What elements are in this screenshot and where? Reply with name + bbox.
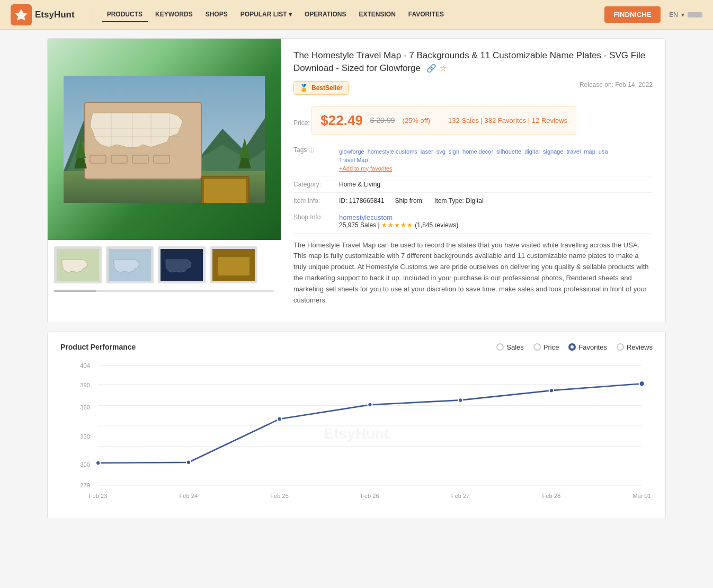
- svg-rect-26: [218, 257, 249, 275]
- tag-glowforge[interactable]: glowforge: [339, 148, 364, 155]
- radio-circle-price: [533, 343, 541, 351]
- add-favorites-button[interactable]: +Add to my favorites: [339, 165, 393, 172]
- nav-popular-list[interactable]: POPULAR LIST ▾: [235, 7, 297, 22]
- perf-header: Product Performance Sales Price Favorite…: [60, 343, 653, 351]
- svg-text:300: 300: [80, 462, 90, 468]
- ship-from-label: Ship from:: [395, 197, 424, 204]
- category-label: Category:: [293, 181, 336, 188]
- product-section: The Homestyle Travel Map - 7 Backgrounds…: [47, 38, 666, 323]
- tag-silhouette[interactable]: silhouette: [496, 148, 521, 155]
- shop-link[interactable]: homestylecustom: [339, 213, 393, 221]
- svg-point-40: [96, 461, 100, 466]
- svg-text:Feb 28: Feb 28: [542, 493, 561, 499]
- tag-svg[interactable]: svg: [436, 148, 445, 155]
- tag-digital[interactable]: digital: [524, 148, 540, 155]
- tag-laser[interactable]: laser: [421, 148, 433, 155]
- language-selector[interactable]: EN ▾: [669, 11, 702, 19]
- radio-group: Sales Price Favorites Reviews: [496, 343, 653, 351]
- lang-bar: [688, 12, 702, 17]
- nav-operations[interactable]: OPERATIONS: [299, 7, 351, 22]
- nav-links: PRODUCTS KEYWORDS SHOPS POPULAR LIST ▾ O…: [102, 7, 599, 22]
- price-label: Price:: [293, 119, 310, 127]
- item-id: ID: 1178665841: [339, 197, 384, 204]
- svg-text:390: 390: [80, 382, 90, 388]
- tag-home-decor[interactable]: home decor: [462, 148, 493, 155]
- nav-extension[interactable]: EXTENSION: [353, 7, 400, 22]
- svg-rect-14: [132, 155, 148, 163]
- svg-point-45: [549, 388, 554, 393]
- price-stats: 132 Sales | 382 Favorites | 12 Reviews: [448, 117, 567, 124]
- tags-section: Tags ⓘ glowforge homestyle customs laser…: [293, 146, 653, 172]
- category-row: Category: Home & Living: [293, 176, 653, 192]
- performance-section: Product Performance Sales Price Favorite…: [47, 332, 666, 519]
- svg-point-43: [368, 403, 372, 407]
- svg-rect-12: [90, 155, 106, 163]
- radio-sales[interactable]: Sales: [496, 343, 524, 351]
- svg-text:Feb 24: Feb 24: [180, 493, 198, 499]
- description-text: The Homestyle Travel Map can be used to …: [293, 240, 653, 306]
- svg-point-44: [458, 398, 462, 403]
- thumbnail-2[interactable]: [106, 246, 154, 283]
- item-info-label: Item Info:: [293, 197, 336, 204]
- usa-map-svg: [64, 76, 265, 203]
- tag-travel[interactable]: travel: [567, 148, 581, 155]
- svg-point-41: [186, 460, 191, 465]
- badge-row: 🏅 BestSeller Release on: Feb 14, 2022: [293, 81, 653, 95]
- star-icon[interactable]: ☆: [440, 63, 447, 74]
- svg-text:279: 279: [80, 482, 90, 488]
- radio-circle-reviews: [617, 343, 624, 351]
- thumbnail-row: [48, 240, 281, 290]
- nav-shops[interactable]: SHOPS: [200, 7, 233, 22]
- tag-travel-map[interactable]: Travel Map: [339, 157, 368, 163]
- tag-sign[interactable]: sign: [449, 148, 459, 155]
- thumbnail-3[interactable]: [158, 246, 206, 283]
- scroll-inner: [54, 290, 96, 292]
- svg-text:404: 404: [80, 362, 90, 369]
- nav-products[interactable]: PRODUCTS: [102, 7, 148, 22]
- svg-rect-15: [154, 155, 170, 163]
- tag-homestyle[interactable]: homestyle customs: [368, 148, 417, 155]
- tag-signage[interactable]: signage: [543, 148, 564, 155]
- svg-text:360: 360: [80, 404, 90, 411]
- findniche-button[interactable]: FINDNICHE: [604, 6, 661, 23]
- tags-label: Tags ⓘ: [293, 146, 336, 154]
- svg-rect-13: [111, 155, 127, 163]
- nav-keywords[interactable]: KEYWORDS: [150, 7, 198, 22]
- shop-info-label: Shop Info:: [293, 213, 336, 229]
- tag-map[interactable]: map: [584, 148, 595, 155]
- nav-favorites[interactable]: FAVORITES: [403, 7, 449, 22]
- item-type: Item Type: Digital: [434, 197, 484, 204]
- stars: ★★★★★: [381, 221, 413, 229]
- radio-favorites[interactable]: Favorites: [568, 343, 607, 351]
- svg-text:Feb 27: Feb 27: [451, 493, 470, 499]
- logo-icon: [11, 4, 32, 25]
- current-price: $22.49: [320, 112, 363, 129]
- original-price: $ 29.99: [370, 116, 395, 124]
- perf-title: Product Performance: [60, 343, 136, 351]
- chart-container: EtsyHunt 404 390 360 330 300 279: [60, 360, 653, 508]
- product-info: The Homestyle Travel Map - 7 Backgrounds…: [281, 39, 665, 323]
- tags-row: glowforge homestyle customs laser svg si…: [339, 148, 653, 155]
- shop-info-row: Shop Info: homestylecustom 25,975 Sales …: [293, 209, 653, 233]
- nav-divider: [93, 7, 93, 23]
- item-info-row: Item Info: ID: 1178665841 Ship from: Ite…: [293, 192, 653, 209]
- main-product-image: [48, 39, 281, 240]
- description-section: The Homestyle Travel Map can be used to …: [293, 233, 653, 313]
- radio-price[interactable]: Price: [533, 343, 559, 351]
- release-date: Release on: Feb 14, 2022: [580, 81, 653, 88]
- svg-text:Mar 01: Mar 01: [632, 493, 651, 499]
- category-value: Home & Living: [339, 181, 380, 188]
- product-title: The Homestyle Travel Map - 7 Backgrounds…: [293, 49, 653, 75]
- thumbnail-1[interactable]: [54, 246, 102, 283]
- badge-icon: 🏅: [299, 84, 308, 92]
- scroll-bar[interactable]: [54, 290, 274, 292]
- link-icon[interactable]: 🔗: [426, 63, 436, 74]
- logo[interactable]: EtsyHunt: [11, 4, 75, 25]
- svg-text:Feb 23: Feb 23: [89, 493, 108, 499]
- radio-reviews[interactable]: Reviews: [617, 343, 653, 351]
- thumbnail-4[interactable]: [210, 246, 257, 283]
- navbar: EtsyHunt PRODUCTS KEYWORDS SHOPS POPULAR…: [0, 0, 713, 30]
- svg-point-46: [639, 381, 645, 387]
- svg-text:Feb 26: Feb 26: [361, 493, 379, 499]
- tag-usa[interactable]: usa: [599, 148, 608, 155]
